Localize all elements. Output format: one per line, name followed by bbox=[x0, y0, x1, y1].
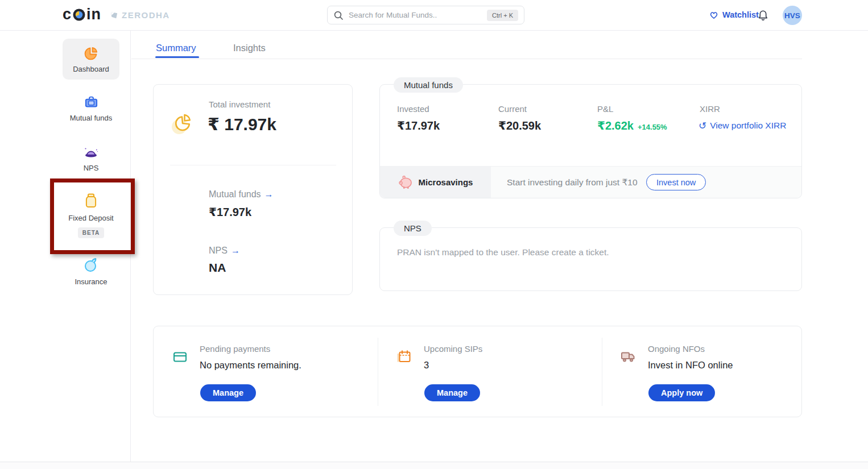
pnl-label: P&L bbox=[597, 104, 613, 114]
pending-payments-value: No payments remaining. bbox=[200, 360, 301, 371]
top-bar: c in ZERODHA Search for Mutual Funds.. C… bbox=[0, 0, 868, 31]
mutual-funds-panel: Mutual funds Invested ₹17.97k Current ₹2… bbox=[379, 84, 802, 198]
upcoming-sips-value: 3 bbox=[424, 360, 429, 371]
search-placeholder: Search for Mutual Funds.. bbox=[349, 11, 482, 19]
active-tab-underline bbox=[155, 56, 199, 58]
xirr-label: XIRR bbox=[700, 104, 720, 114]
beta-badge: BETA bbox=[78, 227, 104, 238]
pnl-value: ₹2.62k+14.55% bbox=[597, 119, 667, 132]
avatar-initials: HVS bbox=[784, 11, 800, 20]
invested-value: ₹17.97k bbox=[397, 119, 440, 132]
gold-pie-icon bbox=[170, 111, 195, 136]
microsavings-title: Microsavings bbox=[419, 177, 473, 187]
coin-dashboard-page: c in ZERODHA Search for Mutual Funds.. C… bbox=[0, 0, 868, 469]
sidebar-label-fixed-deposit: Fixed Deposit bbox=[68, 214, 113, 222]
ongoing-nfos-value: Invest in NFO online bbox=[648, 360, 733, 371]
tab-summary[interactable]: Summary bbox=[156, 43, 196, 53]
invest-now-button[interactable]: Invest now bbox=[646, 174, 706, 190]
kite-icon bbox=[110, 11, 118, 19]
logo-letter-c: c bbox=[63, 7, 72, 22]
arrow-right-icon: → bbox=[264, 189, 274, 199]
sidebar-label-mutual-funds: Mutual funds bbox=[70, 114, 112, 122]
piggy-bank-icon bbox=[398, 175, 413, 189]
pnl-amount: ₹2.62k bbox=[597, 119, 634, 132]
nps-row-value: NA bbox=[209, 261, 226, 275]
brand-text: ZERODHA bbox=[122, 10, 170, 20]
sidebar-item-nps[interactable]: NPS bbox=[63, 144, 119, 172]
sidebar-item-insurance[interactable]: Insurance bbox=[63, 257, 119, 286]
footer-gap bbox=[0, 462, 868, 469]
search-input[interactable]: Search for Mutual Funds.. Ctrl + K bbox=[327, 6, 524, 24]
current-label: Current bbox=[498, 104, 527, 114]
tabs-divider bbox=[131, 59, 802, 59]
bottom-divider bbox=[0, 462, 868, 462]
arrow-right-icon: → bbox=[231, 246, 240, 255]
total-investment-label: Total investment bbox=[209, 99, 270, 109]
briefcase-icon bbox=[84, 94, 99, 109]
nps-row-label: NPS bbox=[209, 246, 228, 255]
search-icon bbox=[333, 10, 344, 20]
sidebar-label-insurance: Insurance bbox=[75, 277, 107, 286]
manage-payments-button[interactable]: Manage bbox=[200, 384, 256, 401]
bottom-summary-card: Pending payments No payments remaining. … bbox=[153, 326, 802, 417]
sidebar: Dashboard Mutual funds NPS bbox=[0, 31, 131, 462]
apply-now-button[interactable]: Apply now bbox=[648, 384, 715, 401]
microsavings-text: Start investing daily from just ₹10 bbox=[507, 177, 638, 188]
xirr-link-label: View portfolio XIRR bbox=[710, 121, 786, 131]
payment-card-icon bbox=[172, 350, 188, 364]
logo-letters-in: in bbox=[86, 7, 101, 22]
calendar-icon bbox=[396, 350, 412, 364]
pending-payments-section: Pending payments No payments remaining. … bbox=[154, 326, 378, 417]
microsavings-tab: Microsavings bbox=[380, 167, 491, 198]
total-investment-card: Total investment ₹ 17.97k Mutual funds→ … bbox=[153, 84, 353, 295]
bell-icon bbox=[757, 9, 769, 22]
current-value: ₹20.59k bbox=[498, 119, 541, 132]
truck-icon bbox=[621, 350, 636, 363]
coin-logo[interactable]: c in bbox=[63, 7, 101, 22]
search-shortcut-badge: Ctrl + K bbox=[487, 10, 518, 21]
refresh-icon: ↺ bbox=[698, 121, 706, 131]
ongoing-nfos-label: Ongoing NFOs bbox=[648, 344, 705, 354]
pnl-change: +14.55% bbox=[638, 123, 667, 131]
upcoming-sips-label: Upcoming SIPs bbox=[424, 344, 482, 354]
invested-label: Invested bbox=[397, 104, 429, 114]
sidebar-label-dashboard: Dashboard bbox=[73, 65, 109, 73]
mutual-funds-link[interactable]: Mutual funds→ bbox=[209, 189, 274, 200]
sidebar-item-fixed-deposit[interactable]: Fixed Deposit BETA bbox=[63, 192, 119, 238]
mutual-funds-panel-title: Mutual funds bbox=[394, 77, 463, 93]
sidebar-label-nps: NPS bbox=[84, 164, 99, 172]
view-portfolio-xirr-link[interactable]: ↺ View portfolio XIRR bbox=[698, 121, 786, 131]
total-investment-value: ₹ 17.97k bbox=[208, 114, 276, 134]
notifications-button[interactable] bbox=[757, 9, 769, 24]
ongoing-nfos-section: Ongoing NFOs Invest in NFO online Apply … bbox=[602, 326, 803, 417]
manage-sips-button[interactable]: Manage bbox=[424, 384, 480, 401]
sidebar-item-mutual-funds[interactable]: Mutual funds bbox=[63, 94, 119, 122]
nps-panel: NPS PRAN isn't mapped to the user. Pleas… bbox=[379, 227, 802, 291]
upcoming-sips-section: Upcoming SIPs 3 Manage bbox=[378, 326, 602, 417]
tab-insights[interactable]: Insights bbox=[233, 43, 266, 53]
insurance-drop-icon bbox=[83, 257, 99, 273]
avatar[interactable]: HVS bbox=[783, 6, 802, 25]
microsavings-strip: Microsavings Start investing daily from … bbox=[380, 166, 801, 198]
pending-payments-label: Pending payments bbox=[200, 344, 270, 354]
sidebar-item-dashboard[interactable]: Dashboard bbox=[63, 39, 119, 80]
mutual-funds-row-value: ₹17.97k bbox=[209, 205, 251, 219]
dome-icon bbox=[83, 144, 99, 159]
coin-pie-logo-icon bbox=[72, 8, 86, 22]
card-divider bbox=[170, 165, 336, 165]
heart-icon bbox=[709, 10, 719, 20]
nps-panel-title: NPS bbox=[394, 221, 432, 236]
pie-chart-icon bbox=[83, 45, 99, 61]
watchlist-label: Watchlist bbox=[722, 10, 759, 19]
zerodha-brand: ZERODHA bbox=[110, 10, 170, 20]
mutual-funds-row-label: Mutual funds bbox=[209, 189, 261, 199]
watchlist-button[interactable]: Watchlist bbox=[709, 10, 759, 20]
nps-message: PRAN isn't mapped to the user. Please cr… bbox=[397, 247, 609, 258]
jar-icon bbox=[82, 192, 100, 209]
nps-link[interactable]: NPS→ bbox=[209, 246, 240, 256]
